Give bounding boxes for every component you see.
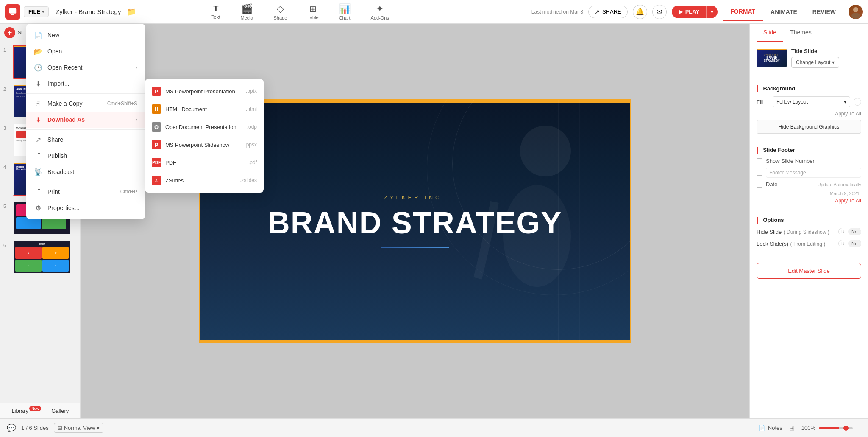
- shape-icon: ◇: [277, 3, 284, 14]
- odp-icon: O: [152, 122, 161, 132]
- footer-apply-to-all[interactable]: Apply To All: [757, 198, 861, 204]
- slide-num-2: 2: [3, 84, 10, 92]
- toolbar-chart[interactable]: 📊 Chart: [334, 2, 356, 22]
- hide-slide-toggle-value: No: [848, 228, 861, 235]
- view-button[interactable]: ⊞ Normal View ▾: [54, 423, 103, 433]
- hide-slide-toggle[interactable]: R No: [838, 228, 861, 235]
- play-dropdown-icon[interactable]: ▾: [707, 6, 718, 18]
- change-layout-button[interactable]: Change Layout ▾: [791, 57, 839, 68]
- menu-item-open-recent[interactable]: 🕐 Open Recent ›: [26, 59, 145, 76]
- lock-slide-toggle[interactable]: R No: [838, 240, 861, 247]
- add-slide-button[interactable]: +: [4, 27, 15, 38]
- hide-background-graphics-button[interactable]: Hide Background Graphics: [757, 120, 861, 134]
- submenu-html[interactable]: H HTML Document .html: [145, 100, 264, 118]
- mail-btn[interactable]: ✉: [652, 5, 667, 19]
- submenu-odp[interactable]: O OpenDocument Presentation .odp: [145, 118, 264, 136]
- date-checkbox[interactable]: [757, 182, 762, 188]
- bell-icon: 🔔: [636, 8, 644, 16]
- menu-item-open[interactable]: 📂 Open...: [26, 43, 145, 59]
- panel-tab-themes[interactable]: Themes: [783, 24, 818, 42]
- zoom-slider-container[interactable]: [819, 427, 861, 429]
- file-button[interactable]: FILE ▾: [24, 6, 49, 17]
- notes-button[interactable]: 📄 Notes: [759, 425, 782, 431]
- menu-divider-2: [26, 129, 145, 130]
- pptx-icon: P: [152, 87, 161, 96]
- svg-rect-0: [9, 8, 17, 13]
- play-main[interactable]: ▶ PLAY: [672, 6, 706, 18]
- update-automatically-label: Update Automatically: [781, 182, 861, 187]
- date-value: March 9, 2021: [757, 191, 861, 196]
- pptx-ext: .pptx: [246, 88, 257, 94]
- fill-dropdown[interactable]: Follow Layout ▾: [773, 96, 850, 107]
- footer-message-checkbox[interactable]: [757, 170, 762, 176]
- submenu-pptx[interactable]: P MS Powerpoint Presentation .pptx: [145, 82, 264, 100]
- broadcast-icon: 📡: [34, 168, 42, 176]
- menu-item-print[interactable]: 🖨 Print Cmd+P: [26, 184, 145, 200]
- lock-slide-row: Lock Slide(s) ( From Editing ) R No: [757, 240, 861, 247]
- tab-format[interactable]: FORMAT: [723, 3, 763, 21]
- toggle-r-icon: R: [839, 228, 847, 235]
- menu-item-copy[interactable]: ⎘ Make a Copy Cmd+Shift+S: [26, 95, 145, 112]
- addons-icon: ✦: [376, 3, 384, 14]
- slide-thumb-6[interactable]: 6 SWOT S W O T: [2, 238, 78, 276]
- tab-animate[interactable]: ANIMATE: [763, 3, 805, 21]
- folder-icon[interactable]: 📁: [127, 7, 136, 17]
- footer-header: Slide Footer: [757, 146, 861, 154]
- notification-btn[interactable]: 🔔: [633, 5, 647, 19]
- menu-item-publish[interactable]: 🖨 Publish: [26, 148, 145, 164]
- toolbar-shape[interactable]: ◇ Shape: [268, 2, 292, 22]
- library-tab[interactable]: Library New: [0, 403, 40, 418]
- tab-review[interactable]: REVIEW: [805, 3, 843, 21]
- pptx-label: MS Powerpoint Presentation: [165, 88, 242, 95]
- menu-item-properties[interactable]: ⚙ Properties...: [26, 200, 145, 216]
- view-dropdown-icon: ▾: [97, 425, 100, 431]
- toolbar-addons[interactable]: ✦ Add-Ons: [366, 2, 394, 22]
- edit-master-slide-button[interactable]: Edit Master Slide: [757, 263, 861, 279]
- share-icon: ↗: [595, 8, 600, 15]
- menu-open-recent-label: Open Recent: [47, 64, 131, 71]
- gallery-tab[interactable]: Gallery: [40, 403, 81, 418]
- menu-item-broadcast[interactable]: 📡 Broadcast: [26, 164, 145, 180]
- toolbar-media[interactable]: 🎬 Media: [236, 2, 259, 22]
- submenu-pdf[interactable]: PDF PDF .pdf: [145, 154, 264, 171]
- text-icon: T: [213, 4, 218, 14]
- slide-organizer-icon[interactable]: ⊞: [789, 424, 795, 432]
- panel-tabs: Slide Themes: [750, 24, 868, 42]
- file-menu: 📄 New 📂 Open... 🕐 Open Recent › ⬇ Import…: [26, 24, 145, 219]
- menu-divider-3: [26, 182, 145, 182]
- fill-color-picker[interactable]: [854, 98, 861, 106]
- show-slide-number-checkbox[interactable]: [757, 158, 762, 164]
- properties-icon: ⚙: [34, 204, 42, 212]
- submenu-ppsx[interactable]: P MS Powerpoint Slideshow .ppsx: [145, 136, 264, 154]
- last-modified: Last modified on Mar 3: [531, 9, 583, 15]
- zoom-thumb[interactable]: [843, 426, 849, 431]
- slide-img-6[interactable]: SWOT S W O T: [13, 240, 71, 274]
- background-title: Background: [763, 85, 795, 92]
- toolbar-text[interactable]: T Text: [206, 2, 225, 21]
- submenu-zslides[interactable]: Z ZSlides .zslides: [145, 171, 264, 189]
- app-logo[interactable]: [5, 4, 20, 20]
- footer-message-input[interactable]: [766, 168, 861, 178]
- menu-item-download[interactable]: → ⬇ Download As ›: [26, 112, 145, 128]
- play-button[interactable]: ▶ PLAY ▾: [672, 6, 718, 18]
- zoom-percent: 100%: [801, 425, 815, 431]
- lock-slide-label-group: Lock Slide(s) ( From Editing ): [757, 240, 825, 247]
- avatar[interactable]: [849, 5, 863, 19]
- menu-item-import[interactable]: ⬇ Import...: [26, 76, 145, 92]
- gallery-label: Gallery: [51, 408, 69, 414]
- publish-icon: 🖨: [34, 151, 42, 160]
- slide-current: 1: [21, 425, 24, 431]
- chat-icon[interactable]: 💬: [7, 423, 16, 433]
- toolbar-table[interactable]: ⊞ Table: [302, 2, 323, 22]
- options-divider: [757, 217, 758, 224]
- fill-value: Follow Layout: [776, 99, 808, 105]
- svg-point-1: [853, 7, 858, 12]
- hide-slide-label: Hide Slide: [757, 229, 782, 235]
- menu-item-share[interactable]: ↗ Share: [26, 132, 145, 148]
- dropdown-arrow-icon: ▾: [844, 99, 846, 105]
- share-button[interactable]: ↗ SHARE: [588, 6, 628, 18]
- menu-item-new[interactable]: 📄 New: [26, 27, 145, 43]
- panel-tab-slide[interactable]: Slide: [757, 24, 783, 42]
- title-slide-name: Title Slide: [791, 48, 839, 54]
- fill-label: Fill: [757, 99, 769, 105]
